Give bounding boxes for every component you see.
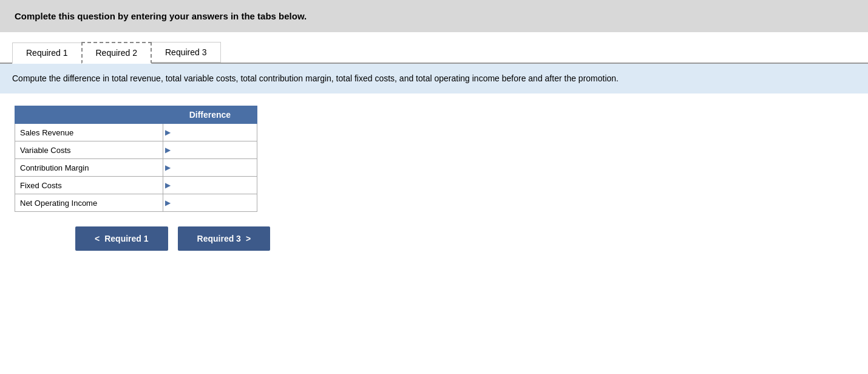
tab-required-1[interactable]: Required 1 [12, 42, 82, 64]
tabs-container: Required 1 Required 2 Required 3 [0, 32, 868, 64]
description-text: Compute the difference in total revenue,… [12, 73, 619, 83]
tab-required-1-label: Required 1 [26, 48, 68, 58]
row-label: Sales Revenue [15, 124, 163, 141]
table-row: Fixed Costs▶ [15, 177, 257, 194]
difference-input[interactable] [172, 141, 257, 158]
tab-required-2[interactable]: Required 2 [81, 42, 152, 64]
prev-button-label: Required 1 [104, 234, 148, 243]
row-input-cell[interactable]: ▶ [163, 141, 257, 159]
cell-arrow-icon: ▶ [163, 163, 172, 172]
cell-arrow-icon: ▶ [163, 146, 172, 154]
column-empty-header [15, 106, 163, 124]
row-label: Contribution Margin [15, 159, 163, 177]
content-area: Difference Sales Revenue▶Variable Costs▶… [0, 93, 868, 263]
tab-required-3-label: Required 3 [165, 47, 207, 57]
cell-arrow-icon: ▶ [163, 128, 172, 137]
page-header: Complete this question by entering your … [0, 0, 868, 32]
row-label: Net Operating Income [15, 194, 163, 212]
row-label: Fixed Costs [15, 177, 163, 194]
table-row: Contribution Margin▶ [15, 159, 257, 177]
next-arrow-icon: > [246, 234, 251, 243]
difference-input[interactable] [172, 159, 257, 176]
row-label: Variable Costs [15, 141, 163, 159]
column-difference-header: Difference [163, 106, 257, 124]
next-button[interactable]: Required 3 > [178, 226, 271, 251]
tab-required-3[interactable]: Required 3 [151, 42, 221, 63]
description-box: Compute the difference in total revenue,… [0, 64, 868, 93]
next-button-label: Required 3 [197, 234, 241, 243]
table-row: Variable Costs▶ [15, 141, 257, 159]
cell-arrow-icon: ▶ [163, 199, 172, 207]
difference-input[interactable] [172, 194, 257, 211]
row-input-cell[interactable]: ▶ [163, 177, 257, 194]
difference-input[interactable] [172, 124, 257, 141]
tab-required-2-label: Required 2 [96, 48, 138, 58]
header-text: Complete this question by entering your … [15, 11, 307, 21]
prev-arrow-icon: < [95, 234, 100, 243]
table-row: Net Operating Income▶ [15, 194, 257, 212]
row-input-cell[interactable]: ▶ [163, 159, 257, 177]
table-row: Sales Revenue▶ [15, 124, 257, 141]
data-table: Difference Sales Revenue▶Variable Costs▶… [15, 106, 257, 212]
row-input-cell[interactable]: ▶ [163, 124, 257, 141]
cell-arrow-icon: ▶ [163, 181, 172, 189]
bottom-buttons: < Required 1 Required 3 > [15, 226, 853, 251]
prev-button[interactable]: < Required 1 [75, 226, 168, 251]
difference-input[interactable] [172, 177, 257, 194]
row-input-cell[interactable]: ▶ [163, 194, 257, 212]
